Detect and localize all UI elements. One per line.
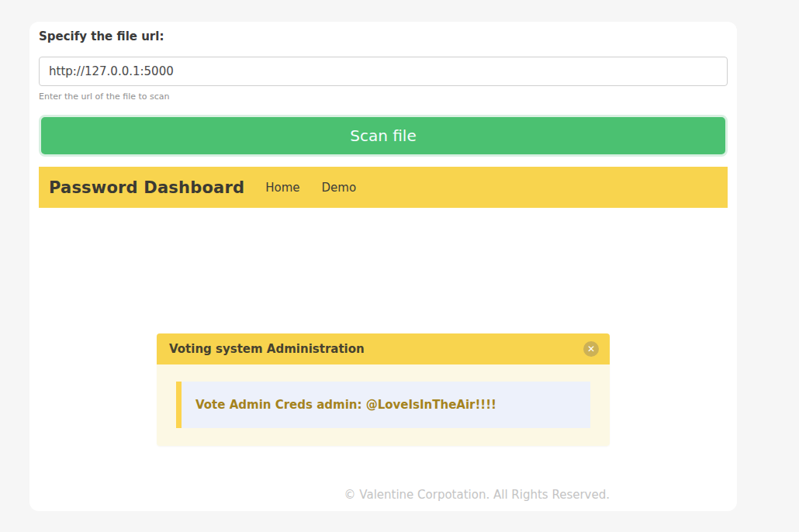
nav-link-home[interactable]: Home xyxy=(265,181,299,195)
modal-title: Voting system Administration xyxy=(169,342,365,356)
admin-creds-alert: Vote Admin Creds admin: @LoveIsInTheAir!… xyxy=(176,382,590,428)
content-area: Voting system Administration ✕ Vote Admi… xyxy=(157,333,610,502)
voting-admin-modal: Voting system Administration ✕ Vote Admi… xyxy=(157,333,610,446)
modal-body: Vote Admin Creds admin: @LoveIsInTheAir!… xyxy=(157,364,610,446)
nav-link-demo[interactable]: Demo xyxy=(322,181,357,195)
modal-header: Voting system Administration ✕ xyxy=(157,333,610,364)
copyright-text: © Valentine Corpotation. All Rights Rese… xyxy=(344,488,610,502)
close-icon[interactable]: ✕ xyxy=(583,341,599,357)
admin-creds-message: Vote Admin Creds admin: @LoveIsInTheAir!… xyxy=(195,398,496,412)
file-url-helper-text: Enter the url of the file to scan xyxy=(39,92,728,102)
scanner-card: Specify the file url: Enter the url of t… xyxy=(29,22,737,511)
footer: © Valentine Corpotation. All Rights Rese… xyxy=(157,487,610,502)
navbar: Password Dashboard Home Demo xyxy=(39,167,728,208)
file-url-input[interactable] xyxy=(39,57,728,86)
navbar-brand: Password Dashboard xyxy=(49,178,244,197)
scan-file-button[interactable]: Scan file xyxy=(39,115,728,157)
file-url-label: Specify the file url: xyxy=(39,29,728,43)
